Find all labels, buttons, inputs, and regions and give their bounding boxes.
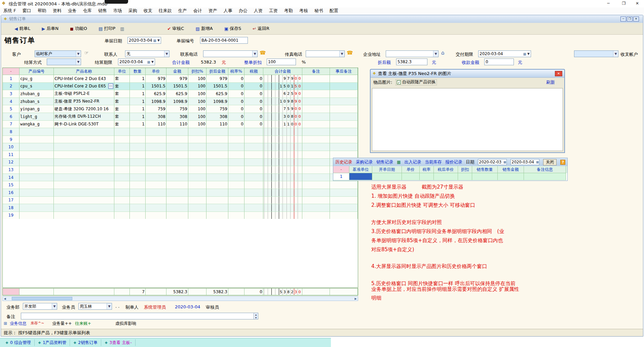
cell-remark2[interactable] bbox=[330, 128, 358, 136]
calendar-icon[interactable]: ▦ bbox=[147, 60, 150, 64]
cell-no[interactable]: 2 bbox=[3, 83, 20, 90]
remark-input[interactable]: ▲▼ bbox=[21, 313, 258, 319]
table-row[interactable]: 18 bbox=[3, 204, 358, 212]
cell-remark2[interactable] bbox=[330, 105, 358, 113]
after-discount-input[interactable]: 5382.3 bbox=[396, 59, 427, 65]
cell-remark2[interactable] bbox=[330, 181, 358, 189]
cell-amount[interactable]: 110 bbox=[166, 121, 188, 128]
cell-remark2[interactable] bbox=[330, 204, 358, 212]
cell-after[interactable] bbox=[206, 181, 228, 189]
cell-amount[interactable]: 625.9 bbox=[166, 90, 188, 98]
cell-digits[interactable] bbox=[263, 197, 302, 204]
minimize-button[interactable]: ─ bbox=[602, 0, 615, 7]
spinner-control[interactable]: ▲▼ bbox=[254, 313, 258, 319]
cell-disc[interactable]: 100 bbox=[188, 98, 206, 106]
cell-no[interactable]: 1 bbox=[3, 75, 20, 83]
cell-unit[interactable] bbox=[114, 166, 130, 174]
table-row[interactable]: 5yinpan_g硬盘-希捷 320G 7200.10 16套175975910… bbox=[3, 105, 358, 113]
menu-item[interactable]: 秘书 bbox=[314, 8, 323, 14]
table-row[interactable]: 2cpu_sCPU-Intel Core 2 Duo E65⋯套11501.51… bbox=[3, 83, 358, 90]
cell-qty[interactable] bbox=[130, 143, 146, 151]
stock-link[interactable]: 库存^~ bbox=[31, 321, 44, 326]
checkbox-icon[interactable]: ✓ bbox=[397, 80, 401, 84]
toolbar-add-button[interactable]: ▨新增A bbox=[195, 26, 213, 32]
cell-after[interactable]: 979 bbox=[206, 75, 228, 83]
cell-no[interactable]: 4 bbox=[3, 98, 20, 106]
scroll-left-icon[interactable]: ◀ bbox=[3, 297, 7, 300]
mdi-titlebar[interactable]: ❖ 销售订单 bbox=[1, 15, 643, 23]
cell-disc[interactable] bbox=[188, 197, 206, 204]
menu-item[interactable]: 工资 bbox=[269, 8, 278, 14]
contact-select[interactable]: 无▼ bbox=[125, 50, 169, 57]
virtual-stock-link[interactable]: 虚拟库影响 bbox=[115, 321, 137, 326]
cell-code[interactable]: light_g bbox=[20, 113, 54, 121]
history-tab[interactable]: 出入记录 bbox=[404, 159, 421, 165]
cell-price[interactable] bbox=[146, 143, 166, 151]
cell-qty[interactable]: 1 bbox=[130, 121, 146, 128]
cell-name[interactable]: 硬盘-希捷 320G 7200.10 16 bbox=[54, 105, 114, 113]
cell-taxrate[interactable] bbox=[228, 212, 244, 220]
cell-disc[interactable]: 100 bbox=[188, 113, 206, 121]
cell-code[interactable] bbox=[20, 212, 54, 220]
settle-date-input[interactable]: 2020-03-04 ▦▼ bbox=[118, 59, 155, 65]
cell-unit[interactable]: 套 bbox=[114, 83, 130, 90]
doc-no-input[interactable]: BA-20-03-04-0001 bbox=[200, 37, 248, 44]
menu-item[interactable]: 窗口 bbox=[23, 8, 31, 14]
history-date-from-input[interactable]: 2020-02-03▦ bbox=[478, 159, 507, 165]
history-close-button[interactable]: 关闭 bbox=[543, 159, 557, 165]
cell-amount[interactable]: 1098.9 bbox=[166, 98, 188, 106]
customer-select[interactable]: 临时客户▼ bbox=[35, 50, 81, 57]
cell-remark2[interactable] bbox=[330, 212, 358, 220]
cell-remark[interactable] bbox=[302, 197, 330, 204]
cell-code[interactable] bbox=[20, 204, 54, 212]
cell-digits[interactable] bbox=[263, 159, 302, 166]
cell-unit[interactable] bbox=[114, 212, 130, 220]
cell-no[interactable]: 7 bbox=[3, 121, 20, 128]
cell-digits[interactable]: 75900 bbox=[263, 105, 302, 113]
cell-digits[interactable] bbox=[263, 128, 302, 136]
cell-remark[interactable] bbox=[302, 83, 330, 90]
cell-digits[interactable] bbox=[263, 212, 302, 220]
cell-disc[interactable] bbox=[188, 204, 206, 212]
mdi-minimize-button[interactable]: ─ bbox=[620, 16, 626, 22]
cell-code[interactable] bbox=[20, 181, 54, 189]
history-tab[interactable]: 历史记录 bbox=[335, 159, 352, 165]
cell-remark[interactable] bbox=[302, 90, 330, 98]
cell-digits[interactable]: 11000 bbox=[263, 121, 302, 128]
cell-taxrate[interactable]: 0 bbox=[228, 75, 244, 83]
cell-name[interactable] bbox=[54, 143, 114, 151]
cell-after[interactable] bbox=[206, 189, 228, 197]
cell-disc[interactable] bbox=[188, 151, 206, 159]
cell-after[interactable] bbox=[206, 174, 228, 182]
cell-qty[interactable]: 1 bbox=[130, 105, 146, 113]
cell-price[interactable] bbox=[146, 212, 166, 220]
phone-icon[interactable]: ☎ bbox=[260, 50, 266, 56]
cell-digits[interactable]: 109890 bbox=[263, 98, 302, 106]
received-input[interactable]: 0 bbox=[484, 59, 514, 65]
chevron-down-icon[interactable]: ▼ bbox=[526, 52, 531, 55]
cell-after[interactable] bbox=[206, 136, 228, 144]
cell-name[interactable] bbox=[54, 136, 114, 144]
cell-code[interactable]: cpu_s bbox=[20, 83, 54, 90]
cell-price[interactable]: 1501.5 bbox=[146, 83, 166, 90]
chevron-down-icon[interactable]: ▼ bbox=[433, 51, 438, 57]
cell-remark[interactable] bbox=[302, 151, 330, 159]
chevron-down-icon[interactable]: ▼ bbox=[52, 303, 57, 309]
chevron-down-icon[interactable]: ▼ bbox=[339, 51, 344, 57]
menu-item[interactable]: 会计 bbox=[193, 8, 202, 14]
cell-qty[interactable] bbox=[130, 204, 146, 212]
cell-price[interactable]: 308 bbox=[146, 113, 166, 121]
cell-tax[interactable] bbox=[244, 136, 263, 144]
cell-name[interactable]: 网卡-D-Link DGE-530T bbox=[54, 121, 114, 128]
account-select[interactable]: ▼ bbox=[574, 50, 618, 57]
cell-disc[interactable] bbox=[188, 136, 206, 144]
cell-amount[interactable] bbox=[166, 204, 188, 212]
cell-digits[interactable] bbox=[263, 189, 302, 197]
cell-no[interactable]: 18 bbox=[3, 204, 20, 212]
cell-no[interactable]: 17 bbox=[3, 197, 20, 204]
settle-method-select[interactable]: ▼ bbox=[47, 59, 81, 65]
cell-amount[interactable] bbox=[166, 166, 188, 174]
cell-digits[interactable] bbox=[263, 151, 302, 159]
menu-item[interactable]: 帮助 bbox=[38, 8, 46, 14]
image-window-titlebar[interactable]: ❖ 查看 主板-微星 P35 Neo2-FR 的图片 ✕ bbox=[371, 70, 564, 78]
